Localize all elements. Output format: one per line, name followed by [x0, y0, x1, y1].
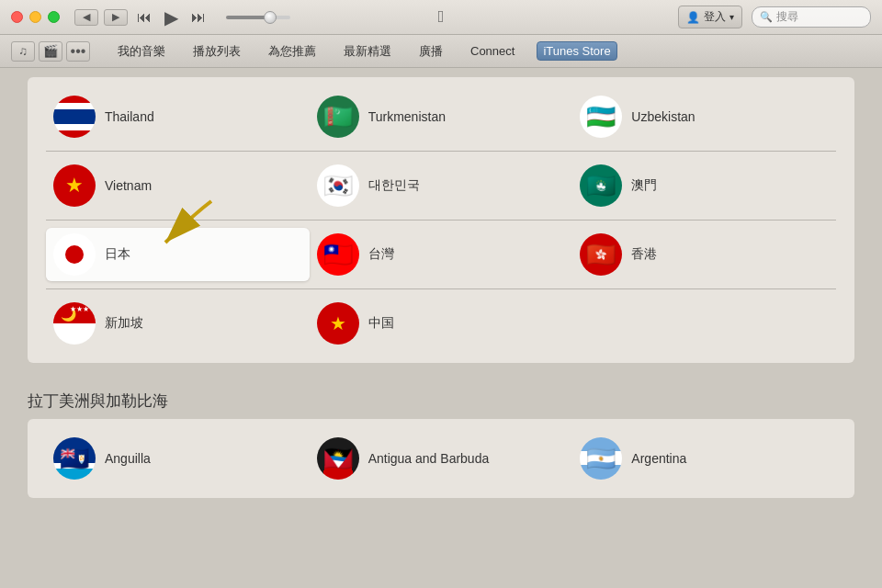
country-japan[interactable]: 日本: [46, 228, 310, 281]
flag-hongkong: 🇭🇰: [580, 233, 622, 276]
country-antigua[interactable]: 🇦🇬 Antigua and Barbuda: [310, 432, 573, 485]
play-button[interactable]: ▶: [164, 6, 178, 28]
titlebar-right: 👤 登入 ▾ 🔍 搜尋: [678, 6, 871, 28]
search-box[interactable]: 🔍 搜尋: [752, 6, 871, 28]
apple-logo: : [438, 7, 445, 27]
grid-row-3: 日本 🇹🇼 台灣 🇭🇰 香港: [46, 224, 836, 285]
country-name-antigua: Antigua and Barbuda: [368, 451, 490, 466]
country-name-korea: 대한민국: [368, 177, 420, 194]
volume-slider[interactable]: [226, 16, 290, 19]
country-name-anguilla: Anguilla: [105, 451, 151, 466]
latin-country-grid: 🇦🇮 Anguilla 🇦🇬 Antigua and Barbuda 🇦🇷 Ar…: [28, 419, 854, 498]
grid-row-2: ★ Vietnam 🇰🇷 대한민국 🇲🇴 澳門: [46, 155, 836, 216]
forward-button[interactable]: ▶: [104, 9, 128, 26]
titlebar: ◀ ▶ ⏮ ▶ ⏭  👤 登入 ▾ 🔍 搜尋: [0, 0, 882, 35]
divider-3: [46, 288, 836, 289]
tab-music[interactable]: 我的音樂: [112, 41, 171, 62]
music-note-icon-btn[interactable]: ♫: [11, 41, 35, 62]
flag-japan: [53, 233, 96, 276]
navbar-tabs: 我的音樂 播放列表 為您推薦 最新精選 廣播 Connect iTunes St…: [112, 41, 617, 62]
country-china[interactable]: ★ 中国: [310, 297, 573, 350]
person-icon: 👤: [686, 11, 700, 24]
country-vietnam[interactable]: ★ Vietnam: [46, 159, 310, 212]
country-singapore[interactable]: 🌙 ★★★★★ 新加坡: [46, 297, 310, 350]
flag-antigua: 🇦🇬: [317, 437, 359, 480]
login-button[interactable]: 👤 登入 ▾: [678, 6, 742, 28]
country-turkmenistan[interactable]: 🇹🇲 Turkmenistan: [310, 90, 573, 143]
tab-playlist[interactable]: 播放列表: [187, 41, 246, 62]
country-name-japan: 日本: [105, 246, 130, 263]
flag-taiwan: 🇹🇼: [317, 233, 359, 276]
flag-macau: 🇲🇴: [580, 164, 622, 207]
divider-1: [46, 151, 836, 152]
country-name-uzbekistan: Uzbekistan: [631, 109, 695, 124]
flag-china: ★: [317, 302, 359, 345]
latin-grid-row-1: 🇦🇮 Anguilla 🇦🇬 Antigua and Barbuda 🇦🇷 Ar…: [46, 428, 836, 489]
country-name-argentina: Argentina: [631, 451, 686, 466]
japan-row-container: 日本 🇹🇼 台灣 🇭🇰 香港: [46, 224, 836, 285]
grid-row-1: Thailand 🇹🇲 Turkmenistan 🇺🇿 Uzbekistan: [46, 86, 836, 147]
country-name-china: 中国: [368, 315, 394, 332]
titlebar-controls: ◀ ▶: [74, 9, 128, 26]
rewind-button[interactable]: ⏮: [137, 9, 152, 26]
country-macau[interactable]: 🇲🇴 澳門: [572, 159, 836, 212]
tab-latest[interactable]: 最新精選: [338, 41, 397, 62]
close-button[interactable]: [11, 11, 23, 23]
japan-circle: [65, 245, 84, 264]
video-icon-btn[interactable]: 🎬: [39, 41, 62, 62]
latin-section-title: 拉丁美洲與加勒比海: [28, 390, 854, 412]
login-label: 登入: [704, 9, 726, 25]
flag-korea: 🇰🇷: [317, 164, 359, 207]
flag-anguilla: 🇦🇮: [53, 437, 96, 480]
country-name-hongkong: 香港: [631, 246, 657, 263]
tab-recommend[interactable]: 為您推薦: [263, 41, 322, 62]
volume-thumb: [264, 11, 277, 24]
country-name-vietnam: Vietnam: [105, 178, 152, 193]
tab-connect[interactable]: Connect: [465, 42, 520, 60]
divider-2: [46, 220, 836, 220]
asia-country-grid: Thailand 🇹🇲 Turkmenistan 🇺🇿 Uzbekistan ★…: [28, 77, 854, 363]
country-korea[interactable]: 🇰🇷 대한민국: [310, 159, 573, 212]
country-name-singapore: 新加坡: [105, 315, 143, 332]
flag-vietnam: ★: [53, 164, 96, 207]
flag-turkmenistan: 🇹🇲: [317, 96, 359, 138]
tab-itunes-store[interactable]: iTunes Store: [537, 41, 616, 61]
flag-thailand: [53, 96, 96, 138]
country-name-taiwan: 台灣: [368, 246, 394, 263]
country-anguilla[interactable]: 🇦🇮 Anguilla: [46, 432, 310, 485]
more-icon-btn[interactable]: •••: [66, 41, 90, 62]
navbar-icon-buttons: ♫ 🎬 •••: [11, 41, 90, 62]
country-hongkong[interactable]: 🇭🇰 香港: [572, 228, 836, 281]
fastforward-button[interactable]: ⏭: [191, 9, 206, 26]
country-thailand[interactable]: Thailand: [46, 90, 310, 143]
country-name-macau: 澳門: [631, 177, 657, 194]
search-icon: 🔍: [760, 11, 773, 23]
flag-argentina: 🇦🇷: [580, 437, 622, 480]
back-button[interactable]: ◀: [74, 9, 98, 26]
chevron-down-icon: ▾: [729, 12, 734, 22]
maximize-button[interactable]: [48, 11, 60, 23]
tab-radio[interactable]: 廣播: [413, 41, 448, 62]
flag-singapore: 🌙 ★★★★★: [53, 302, 96, 345]
country-argentina[interactable]: 🇦🇷 Argentina: [572, 432, 836, 485]
flag-uzbekistan: 🇺🇿: [580, 96, 622, 138]
country-uzbekistan[interactable]: 🇺🇿 Uzbekistan: [572, 90, 836, 143]
navbar: ♫ 🎬 ••• 我的音樂 播放列表 為您推薦 最新精選 廣播 Connect i…: [0, 35, 882, 68]
main-content: Thailand 🇹🇲 Turkmenistan 🇺🇿 Uzbekistan ★…: [0, 68, 882, 588]
country-name-turkmenistan: Turkmenistan: [368, 109, 446, 124]
country-name-thailand: Thailand: [105, 109, 154, 124]
latin-section: 拉丁美洲與加勒比海 🇦🇮 Anguilla 🇦🇬 Antigua and Bar…: [28, 378, 854, 514]
minimize-button[interactable]: [29, 11, 41, 23]
traffic-lights: [11, 11, 60, 23]
country-taiwan[interactable]: 🇹🇼 台灣: [310, 228, 573, 281]
country-placeholder: [572, 318, 836, 329]
grid-row-4: 🌙 ★★★★★ 新加坡 ★ 中国: [46, 293, 836, 354]
search-placeholder: 搜尋: [776, 9, 798, 25]
transport-controls: ⏮ ▶ ⏭: [137, 6, 290, 28]
